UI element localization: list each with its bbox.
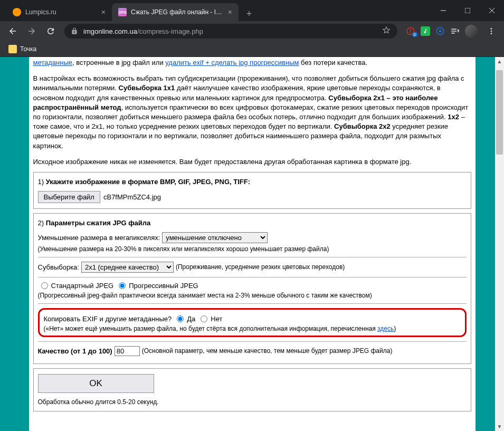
exif-no-label[interactable]: Нет — [211, 315, 222, 323]
resize-label: Уменьшение размера в мегапикселях: — [38, 234, 160, 242]
new-tab-button[interactable]: + — [242, 6, 256, 21]
window-titlebar: Lumpics.ru × JPG Сжать JPEG файл онлайн … — [0, 0, 504, 21]
step1-title: 1) Укажите изображение в формате BMP, GI… — [38, 178, 467, 186]
subsample-row: Субвыборка: 2x1 (среднее качество) (Прор… — [38, 262, 467, 273]
tab-title: Сжать JPEG файл онлайн - IMG — [131, 8, 224, 16]
lock-icon — [71, 27, 78, 35]
processing-hint: Обработка обычно длится 0.5-20 секунд. — [38, 398, 467, 406]
folder-icon — [8, 45, 17, 53]
svg-point-10 — [491, 31, 492, 32]
browser-toolbar: imgonline.com.ua/compress-image.php 2 — [0, 21, 504, 41]
jpeg-std-label[interactable]: Стандартный JPEG — [51, 282, 114, 290]
tab-title: Lumpics.ru — [25, 8, 97, 16]
page-content: метаданные, встроенные в jpg файл или уд… — [29, 57, 476, 431]
quality-input[interactable] — [115, 346, 140, 356]
divider — [38, 257, 467, 257]
extension-icon-3[interactable] — [435, 26, 445, 36]
minimize-button[interactable] — [431, 0, 455, 21]
ok-button[interactable]: OK — [38, 374, 154, 393]
tabs-row: Lumpics.ru × JPG Сжать JPEG файл онлайн … — [0, 0, 431, 21]
quality-hint: (Основной параметр, чем меньше качество,… — [142, 347, 393, 355]
bookmark-star-icon[interactable] — [382, 25, 391, 37]
reading-list-icon[interactable] — [450, 26, 460, 36]
maximize-button[interactable] — [455, 0, 480, 21]
selected-filename: cB7fMPm5ZC4.jpg — [103, 193, 161, 201]
tab-imgonline[interactable]: JPG Сжать JPEG файл онлайн - IMG × — [112, 3, 239, 21]
svg-rect-5 — [410, 29, 411, 32]
address-bar[interactable]: imgonline.com.ua/compress-image.php — [64, 24, 397, 39]
close-window-button[interactable] — [480, 0, 504, 21]
link-metadata[interactable]: метаданные — [33, 59, 73, 66]
forward-button[interactable] — [23, 23, 40, 40]
link-here[interactable]: здесь — [377, 325, 394, 332]
choose-file-button[interactable]: Выберите файл — [38, 191, 100, 203]
close-icon[interactable]: × — [101, 8, 106, 16]
page-viewport: метаданные, встроенные в jpg файл или уд… — [0, 57, 504, 431]
step2-box: 2) Параметры сжатия JPG файла Уменьшение… — [33, 213, 471, 364]
subsample-label: Субвыборка: — [38, 263, 79, 271]
step3-box: OK Обработка обычно длится 0.5-20 секунд… — [33, 368, 471, 411]
extension-icon-2[interactable] — [421, 26, 430, 36]
jpeg-prog-label[interactable]: Прогрессивный JPEG — [129, 282, 198, 290]
tab-lumpics[interactable]: Lumpics.ru × — [6, 3, 112, 21]
exif-hint: («Нет» может ещё уменьшить размер файла,… — [44, 325, 461, 332]
link-exif[interactable]: удалить exif + сделать jpg прогрессивным — [165, 59, 299, 66]
subsample-hint: (Прореживание, усреднение резких цветовы… — [176, 263, 345, 271]
step1-box: 1) Укажите изображение в формате BMP, GI… — [33, 172, 471, 209]
jpeg-std-radio[interactable] — [41, 282, 48, 289]
subsampling-explanation: В настройках есть возможность выбрать ти… — [33, 73, 471, 152]
divider — [38, 303, 467, 304]
back-button[interactable] — [4, 23, 21, 40]
exif-yes-label[interactable]: Да — [187, 315, 195, 323]
window-controls — [431, 0, 504, 21]
profile-avatar[interactable] — [465, 25, 478, 37]
divider — [38, 341, 467, 342]
subsample-select[interactable]: 2x1 (среднее качество) — [81, 262, 174, 273]
resize-row: Уменьшение размера в мегапикселях: умень… — [38, 232, 467, 243]
toolbar-extensions: 2 — [406, 23, 500, 40]
resize-select[interactable]: уменьшение отключено — [162, 232, 268, 243]
bookmark-folder[interactable]: Точка — [8, 45, 36, 53]
svg-point-9 — [491, 28, 492, 30]
jpeg-hint: (Прогрессивный jpeg-файл практически все… — [38, 292, 467, 299]
vertical-scrollbar[interactable]: ▲ ▼ — [495, 57, 504, 431]
svg-point-6 — [410, 32, 411, 33]
scroll-thumb[interactable] — [496, 70, 503, 155]
scroll-track[interactable] — [495, 66, 504, 422]
exif-highlight: Копировать EXIF и другие метаданные? Да … — [38, 308, 467, 337]
menu-button[interactable] — [483, 23, 500, 40]
intro-text: метаданные, встроенные в jpg файл или уд… — [33, 57, 471, 69]
exif-no-radio[interactable] — [201, 315, 207, 322]
favicon-imgonline: JPG — [118, 8, 127, 16]
quality-row: Качество (от 1 до 100) (Основной парамет… — [38, 346, 467, 356]
svg-rect-1 — [465, 8, 470, 13]
jpeg-prog-radio[interactable] — [119, 282, 126, 289]
favicon-lumpics — [13, 8, 21, 16]
svg-point-8 — [439, 30, 442, 33]
svg-point-11 — [491, 33, 492, 34]
scroll-down-arrow[interactable]: ▼ — [495, 422, 504, 431]
source-unchanged-note: Исходное изображение никак не изменяется… — [33, 156, 471, 168]
resize-hint: (Уменьшение размера на 20-30% в пикселях… — [38, 245, 467, 253]
url-text: imgonline.com.ua/compress-image.php — [83, 27, 203, 35]
bookmark-label: Точка — [20, 45, 36, 53]
step2-title: 2) Параметры сжатия JPG файла — [38, 219, 467, 227]
close-icon[interactable]: × — [228, 8, 232, 16]
exif-label: Копировать EXIF и другие метаданные? — [44, 315, 172, 323]
jpeg-type-row: Стандартный JPEG Прогрессивный JPEG — [38, 282, 467, 290]
exif-yes-radio[interactable] — [177, 315, 184, 322]
reload-button[interactable] — [42, 23, 59, 40]
bookmarks-bar: Точка — [0, 41, 504, 57]
scroll-up-arrow[interactable]: ▲ — [495, 57, 504, 66]
extension-icon-1[interactable]: 2 — [406, 26, 415, 36]
divider — [38, 277, 467, 277]
quality-label: Качество (от 1 до 100) — [38, 347, 112, 355]
exif-row: Копировать EXIF и другие метаданные? Да … — [44, 315, 461, 323]
